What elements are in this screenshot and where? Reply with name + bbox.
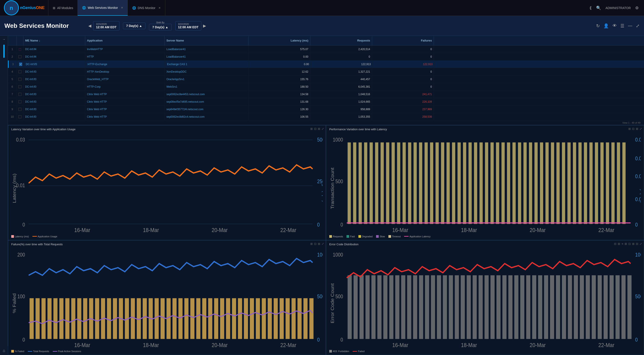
legend-app-latency-label: Application Latency — [410, 235, 430, 238]
col-me-name[interactable]: ME Name ↓ — [24, 36, 85, 45]
table-row[interactable]: 9 DC-Inf:if3 Citrix Web HTTP sep649ef357… — [8, 106, 644, 113]
row-check-1[interactable] — [17, 53, 24, 60]
table-row[interactable]: 3 ✓ DC-Inf:if3 HTTP-Exchange Exchange CA… — [8, 60, 644, 68]
col-application[interactable]: Application — [85, 36, 165, 45]
table-row[interactable]: 2 DC-Inf:if4 HTTP LoadBalancer41 0.00 0 … — [8, 53, 644, 60]
row-check-2[interactable]: ✓ — [18, 60, 24, 68]
table-row[interactable]: 1 ⬚ DC-Inf:if4 InvWebHTTP LoadBalancer41… — [8, 46, 644, 53]
home-icon[interactable]: ⌂ — [3, 348, 5, 353]
chart-latency-expand[interactable]: ⤢ — [322, 127, 324, 130]
shift-period-value: 7 Day(s) — [152, 26, 164, 29]
row-check-4[interactable] — [17, 76, 24, 83]
svg-text:Transaction Count: Transaction Count — [330, 168, 335, 209]
period-button[interactable]: 7 Day(s) ▲ — [123, 22, 146, 29]
table-row[interactable]: 4 DC-Inf:if3 HTTP-XenDesktop XenDesktopD… — [8, 68, 644, 76]
start-time-section[interactable]: 3/15/2020 12:00 AM EDT — [93, 21, 120, 30]
svg-rect-183 — [538, 275, 542, 339]
row-check-8[interactable] — [17, 106, 24, 113]
eye-icon[interactable]: 👁 — [612, 23, 617, 28]
row-checkbox[interactable] — [18, 70, 22, 73]
row-checkbox[interactable] — [18, 78, 22, 81]
settings-icon[interactable]: ⚙ — [635, 6, 639, 10]
row-checkbox[interactable] — [18, 108, 22, 111]
row-check-7[interactable] — [17, 98, 24, 105]
col-requests[interactable]: Requests — [310, 36, 372, 45]
chart-error-expand[interactable]: ⤢ — [640, 242, 642, 246]
table-row[interactable]: 7 DC-Inf:if3 Citrix Web HTTP sep0062ec8e… — [8, 90, 644, 98]
svg-rect-98 — [71, 298, 76, 339]
chart-fail-download[interactable]: ⊞ — [318, 242, 320, 246]
chart-fail-settings[interactable]: ⊡ — [314, 242, 316, 246]
table-row[interactable]: 10 DC-Inf:if3 Citrix Web HTTP sep0062ec8… — [8, 113, 644, 120]
chart-error-grid[interactable]: ⊞ — [618, 242, 620, 246]
row-check-6[interactable] — [17, 90, 24, 98]
row-check-9[interactable] — [17, 113, 24, 120]
end-time-section[interactable]: 3/22/2020 12:00 AM EDT — [175, 21, 202, 30]
chart-latency-settings[interactable]: ⊡ — [314, 127, 316, 130]
row-requests-2: 122,913 — [311, 60, 373, 68]
row-checkbox[interactable] — [18, 85, 22, 88]
legend-timeout-label: Timeout — [392, 235, 400, 238]
nav-left-arrow[interactable]: ◀ — [88, 24, 91, 28]
chart-fail-filter[interactable]: ⊞ — [310, 242, 313, 246]
svg-rect-117 — [184, 298, 188, 339]
row-checkbox[interactable] — [18, 93, 22, 96]
row-check-3[interactable] — [17, 68, 24, 75]
chart-error-download[interactable]: ⊞ — [632, 242, 634, 246]
shift-period-button[interactable]: 7 Day(s) ▲ — [149, 24, 172, 30]
tab-dns-monitor[interactable]: 🌐 DNS Monitor ✕ — [128, 0, 165, 16]
svg-rect-102 — [95, 298, 99, 339]
svg-rect-73 — [600, 142, 604, 224]
refresh-icon[interactable]: ↻ — [596, 23, 600, 28]
chart-fail-expand[interactable]: ⤢ — [322, 242, 324, 246]
row-check-5[interactable] — [17, 83, 24, 90]
row-num-2: 3 — [8, 60, 18, 68]
col-server[interactable]: Server Name — [165, 36, 248, 45]
svg-text:Usage (bps): Usage (bps) — [322, 174, 323, 202]
svg-rect-42 — [430, 142, 434, 224]
legend-usage-color — [32, 236, 37, 237]
chart-latency-download[interactable]: ⊞ — [318, 127, 320, 130]
row-checkbox[interactable] — [18, 55, 22, 58]
tab-web-services-close[interactable]: ✕ — [121, 6, 123, 9]
table-row[interactable]: 6 DC-Inf:if3 HTTP-Corp WebSrv1 188.50 6,… — [8, 83, 644, 90]
table-row[interactable]: 5 DC-Inf:if3 OracleWeb_HTTP OracleAppSrv… — [8, 76, 644, 83]
expand-icon[interactable]: ⤢ — [636, 23, 640, 28]
chart-error-filter1[interactable]: ⊟ — [614, 242, 616, 246]
chart-error-filter2[interactable]: ⊞ — [624, 242, 627, 246]
row-checkbox[interactable]: ✓ — [19, 63, 22, 66]
row-me-5: DC-Inf:if3 — [24, 83, 85, 90]
collapse-icon[interactable]: ⟪ — [590, 6, 592, 10]
table-row[interactable]: 8 DC-Inf:if3 Citrix Web HTTP sep08ecf5e7… — [8, 98, 644, 106]
search-icon[interactable]: 🔍 — [596, 6, 601, 10]
chart-perf-settings[interactable]: ⊡ — [632, 127, 634, 130]
tab-all-modules[interactable]: ⊞ All Modules — [48, 0, 78, 16]
svg-rect-40 — [419, 142, 422, 224]
chart-latency-filter[interactable]: ⊞ — [310, 127, 313, 130]
col-failures[interactable]: Failures — [372, 36, 434, 45]
sidebar-arrow[interactable]: → — [2, 38, 6, 41]
row-failures-8: 237,989 — [372, 106, 434, 113]
chart-perf-download[interactable]: ⊞ — [636, 127, 638, 130]
nav-right: ⟪ 🔍 ADMINISTRATOR ⚙ — [590, 6, 644, 10]
nav-right-arrow[interactable]: ▶ — [203, 24, 206, 28]
svg-rect-56 — [507, 142, 510, 224]
svg-rect-138 — [310, 298, 314, 339]
menu-icon[interactable]: ☰ — [620, 23, 624, 28]
chart-perf-filter[interactable]: ⊞ — [628, 127, 631, 130]
col-latency[interactable]: Latency (ms) — [248, 36, 310, 45]
chart-error-list[interactable]: ≡ — [622, 242, 623, 246]
chart-perf-expand[interactable]: ⤢ — [640, 127, 642, 130]
tab-dns-close[interactable]: ✕ — [158, 6, 161, 10]
minimize-icon[interactable]: — — [628, 23, 632, 28]
logo[interactable]: n nGeniusONE — [0, 0, 48, 16]
row-checkbox[interactable] — [18, 100, 22, 103]
tab-web-services-monitor[interactable]: 🌐 Web Services Monitor ✕ — [78, 0, 128, 16]
svg-text:20-Mar: 20-Mar — [212, 342, 228, 348]
svg-rect-185 — [550, 275, 554, 339]
row-checkbox[interactable] — [18, 115, 22, 118]
chart-error-settings[interactable]: ⊡ — [628, 242, 631, 246]
row-check-0[interactable]: ⬚ — [17, 46, 24, 53]
user-icon[interactable]: 👤 — [604, 23, 609, 28]
chart-error-share[interactable]: ⊟ — [636, 242, 638, 246]
